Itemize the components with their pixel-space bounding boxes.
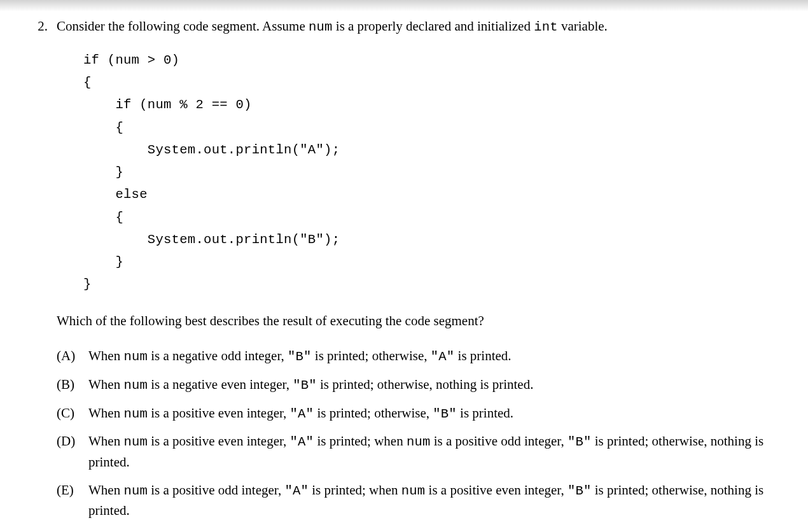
inline-code: num bbox=[123, 484, 148, 498]
choice-text: When num is a positive even integer, "A"… bbox=[88, 403, 789, 424]
inline-code: num bbox=[123, 407, 148, 421]
choice-text-fragment: is printed. bbox=[454, 348, 511, 363]
choice-text-fragment: is printed. bbox=[457, 405, 513, 421]
inline-code: num bbox=[123, 349, 148, 364]
choice-label: (B) bbox=[57, 375, 88, 395]
inline-code: "B" bbox=[568, 484, 592, 498]
choice-text-fragment: When bbox=[88, 405, 123, 421]
question-stem: Consider the following code segment. Ass… bbox=[57, 17, 789, 38]
choice-text-fragment: is printed; otherwise, bbox=[312, 348, 431, 363]
inline-code: num bbox=[123, 435, 148, 449]
question-2: 2. Consider the following code segment. … bbox=[19, 17, 789, 529]
answer-choice[interactable]: (D)When num is a positive even integer, … bbox=[57, 431, 789, 472]
choice-text-fragment: When bbox=[88, 482, 123, 498]
inline-code: "B" bbox=[288, 349, 312, 364]
question-number: 2. bbox=[19, 17, 57, 37]
sub-question: Which of the following best describes th… bbox=[57, 311, 789, 332]
inline-code: "A" bbox=[290, 435, 314, 449]
inline-code: "B" bbox=[293, 378, 317, 393]
choice-text-fragment: is a negative even integer, bbox=[148, 377, 293, 392]
choice-text-fragment: is a positive odd integer, bbox=[430, 433, 568, 449]
inline-code: "A" bbox=[290, 407, 314, 421]
choice-text-fragment: is printed; when bbox=[314, 433, 407, 449]
stem-text: variable. bbox=[561, 18, 608, 34]
choice-text-fragment: When bbox=[88, 348, 123, 363]
inline-code: "B" bbox=[568, 435, 592, 449]
stem-text: Consider the following code segment. Ass… bbox=[57, 18, 309, 34]
stem-code-int: int bbox=[534, 20, 558, 34]
answer-choice[interactable]: (A)When num is a negative odd integer, "… bbox=[57, 346, 789, 367]
choice-text-fragment: is printed; otherwise, nothing is printe… bbox=[317, 377, 534, 392]
stem-code-num: num bbox=[309, 20, 333, 34]
inline-code: num bbox=[123, 378, 148, 393]
choice-text-fragment: When bbox=[88, 433, 123, 449]
answer-choices: (A)When num is a negative odd integer, "… bbox=[57, 346, 789, 521]
inline-code: "B" bbox=[433, 407, 457, 421]
choice-text-fragment: is a positive even integer, bbox=[425, 482, 568, 498]
choice-label: (D) bbox=[57, 431, 88, 452]
inline-code: num bbox=[401, 484, 426, 498]
question-body: Consider the following code segment. Ass… bbox=[57, 17, 789, 529]
choice-label: (E) bbox=[57, 480, 88, 501]
choice-label: (A) bbox=[57, 346, 88, 367]
answer-choice[interactable]: (B)When num is a negative even integer, … bbox=[57, 375, 789, 396]
choice-text: When num is a negative odd integer, "B" … bbox=[88, 346, 789, 367]
choice-text-fragment: is a negative odd integer, bbox=[148, 348, 288, 363]
inline-code: "A" bbox=[431, 349, 455, 364]
choice-label: (C) bbox=[57, 403, 88, 424]
stem-text: is a properly declared and initialized bbox=[336, 18, 534, 34]
choice-text-fragment: is a positive even integer, bbox=[148, 433, 290, 449]
inline-code: "A" bbox=[284, 484, 309, 498]
choice-text: When num is a negative even integer, "B"… bbox=[88, 375, 789, 396]
choice-text-fragment: is printed; otherwise, bbox=[314, 405, 433, 421]
choice-text-fragment: is printed; when bbox=[309, 482, 401, 498]
answer-choice[interactable]: (C)When num is a positive even integer, … bbox=[57, 403, 789, 424]
answer-choice[interactable]: (E)When num is a positive odd integer, "… bbox=[57, 480, 789, 521]
choice-text: When num is a positive odd integer, "A" … bbox=[88, 480, 789, 521]
choice-text: When num is a positive even integer, "A"… bbox=[88, 431, 789, 472]
choice-text-fragment: When bbox=[88, 377, 123, 392]
exam-page: 2. Consider the following code segment. … bbox=[0, 0, 808, 532]
inline-code: num bbox=[407, 435, 431, 449]
choice-text-fragment: is a positive odd integer, bbox=[148, 482, 285, 498]
code-segment: if (num > 0) { if (num % 2 == 0) { Syste… bbox=[83, 49, 789, 296]
choice-text-fragment: is a positive even integer, bbox=[148, 405, 290, 421]
